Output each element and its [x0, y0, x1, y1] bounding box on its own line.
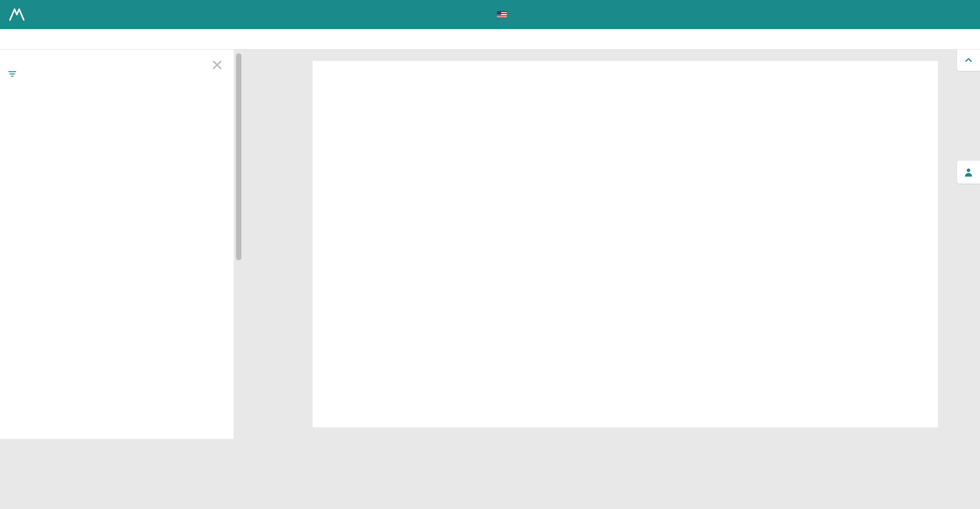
user-icon: [963, 167, 974, 177]
scrollbar-thumb[interactable]: [236, 53, 241, 260]
nav-settings[interactable]: [494, 0, 507, 29]
sidebar: ✕: [0, 49, 234, 439]
filter-icon: [8, 69, 17, 79]
main-area: ✕: [0, 49, 980, 439]
app-logo-icon: [8, 5, 26, 24]
collapse-panel-button[interactable]: [957, 49, 980, 71]
filter-row: [8, 69, 226, 79]
close-sidebar-button[interactable]: ✕: [211, 56, 224, 74]
top-bar: [0, 0, 980, 29]
top-nav: [473, 0, 507, 29]
chevron-up-icon: [964, 56, 973, 65]
logo-area: [0, 5, 34, 24]
document-paper[interactable]: [313, 61, 938, 427]
editor-area: [244, 49, 980, 439]
flag-us-icon: [497, 11, 507, 18]
svg-point-0: [967, 169, 970, 172]
toolbar: [0, 29, 980, 49]
right-controls: [957, 49, 980, 71]
user-button[interactable]: [957, 161, 980, 184]
sidebar-scrollbar[interactable]: [234, 49, 244, 439]
